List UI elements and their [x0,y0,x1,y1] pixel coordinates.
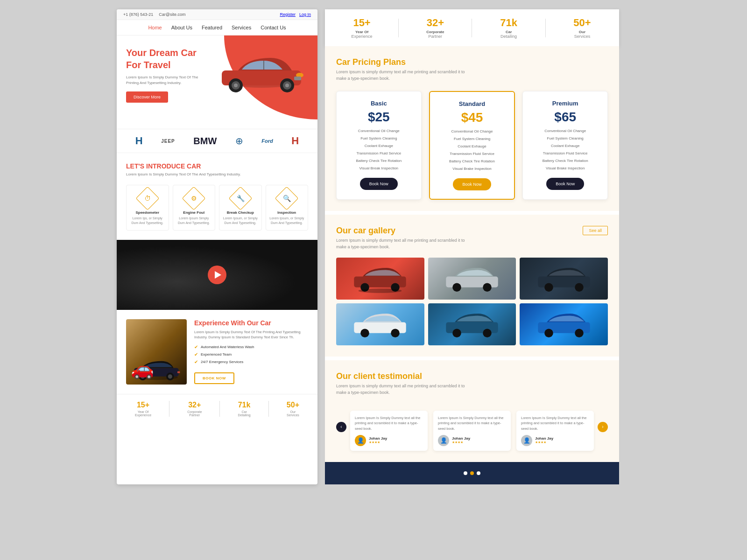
svg-point-22 [359,288,402,293]
experience-content: Experience With Our Car Lorem Ipsum Is S… [194,319,308,385]
stat-detailing-num: 71k [238,401,250,409]
stat-partners-label: CorporatePartner [187,410,202,417]
hero-car-image [215,45,308,98]
stat-right-par-label: Corporate Partner [416,30,454,39]
experience-image [126,319,187,385]
testimonial-text-3: Lorem Ipsum Is Simply Dummy text all the… [521,415,589,431]
top-bar: +1 (876) 543-21 Car@site.com Register Lo… [117,9,317,20]
stat-partners-num: 32+ [187,401,202,409]
standard-plan-name: Standard [437,100,508,107]
feature-label-2: Experienced Team [201,352,232,357]
hero-title-part2: For Travel [126,60,171,70]
nav-services[interactable]: Services [232,25,251,30]
nav-featured[interactable]: Featured [202,25,222,30]
stat-right-par-num: 32+ [416,17,454,29]
author-name-2: Johan Jay [452,436,470,441]
testimonial-prev-button[interactable]: ‹ [336,422,346,432]
feature-engine-name: Engine Foul [176,210,212,215]
gallery-item-3 [520,258,608,300]
gallery-title-highlight: car gallery [353,226,395,235]
features-grid: ⏱ Speedometer Lorem Ips, or Simply Dum A… [126,185,308,231]
introduce-title-part1: LET'S [126,162,146,170]
stat-right-partners: 32+ Corporate Partner [416,17,454,39]
basic-plan-price: $25 [343,110,415,125]
basic-features: Conventional Oil Change Fuel System Clea… [343,127,415,172]
brand-jeep: JEEP [161,139,175,144]
stat-right-exp-num: 15+ [343,17,381,29]
gallery-item-4 [336,303,424,345]
svg-point-16 [168,374,172,378]
feature-inspection: 🔍 Inspection Lorem Ipsum, or Simply Dum … [266,185,309,231]
gallery-header: Our car gallery Lorem Ipsum is simply du… [336,226,608,250]
gallery-grid [336,258,608,345]
basic-plan-name: Basic [343,100,415,107]
experience-description: Lorem Ipsum Is Simply Dummy Text Of The … [194,329,308,340]
testimonial-subtitle: Lorem Ipsum is simply dummy text all me … [336,383,476,396]
check-icon-3: ✔ [194,359,198,364]
testimonial-section: Our client testimonial Lorem Ipsum is si… [325,357,619,462]
svg-rect-10 [294,77,301,80]
see-all-button[interactable]: See all [583,226,608,235]
experience-feature-1: ✔ Automated And Waterless Wash [194,344,308,350]
footer-dot-2[interactable] [470,471,474,475]
stat-right-svc-label: Our Services [564,30,601,39]
nav-contact[interactable]: Contact Us [261,25,286,30]
footer-dot-1[interactable] [464,471,467,475]
feature-break-name: Break Checkup [222,210,259,215]
experience-title-highlight: With Our Car [231,319,271,327]
register-link[interactable]: Register [280,12,296,17]
experience-section: Experience With Our Car Lorem Ipsum Is S… [117,310,317,394]
svg-rect-18 [177,371,180,373]
feature-break: 🔧 Break Checkup Lorem Ipsum, or Simply D… [219,185,262,231]
basic-book-button[interactable]: Book Now [360,178,398,190]
check-icon-2: ✔ [194,352,198,357]
speedometer-icon: ⏱ [135,187,159,210]
stat-right-det-label: Car Detailing [490,30,528,39]
premium-plan-name: Premium [529,100,601,107]
brand-ford: Ford [261,138,273,144]
premium-book-button[interactable]: Book Now [546,178,584,190]
testimonial-author-2: 👤 Johan Jay ★★★★ [438,435,506,446]
nav-home[interactable]: Home [148,25,162,30]
testimonial-cards: Lorem Ipsum Is Simply Dummy text all the… [350,411,594,451]
standard-features: Conventional Oil Change Fuel System Clea… [437,128,508,173]
testimonial-card-3: Lorem Ipsum Is Simply Dummy text all the… [516,411,594,451]
experience-book-button[interactable]: BOOK NOW [194,372,234,384]
feature-speedometer-name: Speedometer [129,210,166,215]
login-link[interactable]: Log In [299,12,311,17]
footer-dot-3[interactable] [477,471,480,475]
feature-break-desc: Lorem Ipsum, or Simply Dum And Typesetti… [222,216,259,225]
experience-list: ✔ Automated And Waterless Wash ✔ Experie… [194,344,308,364]
hero-description: Lorem Ipsum Is Simply Dummy Text Of The … [126,75,210,86]
experience-title-part1: Experience [194,319,231,327]
play-button[interactable] [208,266,226,284]
stat-services-num: 50+ [287,401,299,409]
author-name-3: Johan Jay [535,436,553,441]
brand-bmw: BMW [193,136,217,147]
experience-feature-2: ✔ Experienced Team [194,352,308,357]
pricing-premium: Premium $65 Conventional Oil Change Fuel… [522,91,608,200]
testimonial-author-1: 👤 Johan Jay ★★★★ [355,435,423,446]
author-avatar-1: 👤 [355,435,366,446]
email-text: Car@site.com [159,12,185,17]
stat-experience-label: Year OfExperience [135,410,151,417]
testimonial-next-button[interactable]: › [598,422,608,432]
svg-point-33 [452,329,461,337]
pricing-title-part1: Car [336,57,352,67]
pricing-title: Car Pricing Plans [336,57,608,67]
gallery-item-6 [520,303,608,345]
experience-feature-3: ✔ 24/7 Emergency Services [194,359,308,364]
hero-cta-button[interactable]: Discover More [126,91,168,103]
svg-point-30 [361,329,370,337]
feature-speedometer-desc: Lorem Ips, or Simply Dum And Typesetting… [129,216,166,225]
standard-book-button[interactable]: Book Now [453,178,491,190]
stat-experience: 15+ Year OfExperience [135,401,151,417]
brand-honda: H [291,135,299,147]
introduce-title-highlight: INTRODUCE CAR [146,162,201,170]
nav-about[interactable]: About Us [171,25,192,30]
footer [325,462,619,484]
gallery-section: Our car gallery Lorem Ipsum is simply du… [325,211,619,357]
stat-right-experience: 15+ Year Of Experience [343,17,381,39]
pricing-title-highlight: Pricing Plans [352,57,406,67]
phone-text: +1 (876) 543-21 [123,12,153,17]
